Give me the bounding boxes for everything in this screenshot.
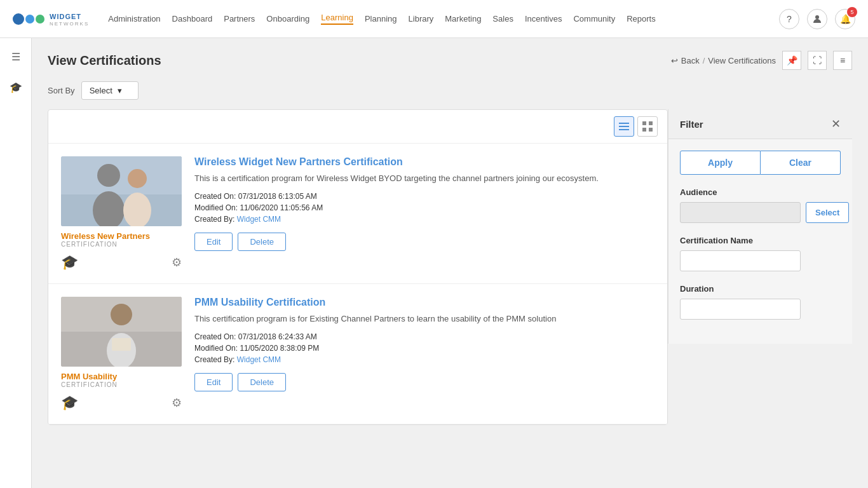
nav-library[interactable]: Library	[409, 14, 434, 24]
help-button[interactable]: ?	[779, 9, 799, 29]
cert-desc-1: This is a certification program for Wire…	[194, 173, 654, 184]
menu-icon[interactable]: ☰	[7, 48, 25, 65]
delete-button-1[interactable]: Delete	[238, 233, 286, 251]
nav-dashboard[interactable]: Dashboard	[172, 14, 213, 24]
logo: WIDGET NETWORKS	[13, 11, 89, 27]
svg-rect-4	[642, 121, 646, 125]
notifications-button[interactable]: 🔔 5	[835, 9, 855, 29]
audience-input-row: Select	[680, 202, 841, 223]
settings-button[interactable]: ≡	[833, 51, 852, 70]
cert-image-2	[61, 297, 182, 367]
graduation-icon[interactable]: 🎓	[7, 78, 25, 96]
gear-icon-1: ⚙	[172, 255, 182, 269]
svg-rect-2	[619, 126, 629, 127]
svg-point-0	[815, 15, 819, 19]
svg-point-12	[128, 169, 147, 188]
filter-duration-section: Duration	[680, 284, 841, 320]
content-area: Wireless New Partners CERTIFICATION 🎓 ⚙ …	[48, 109, 852, 425]
profile-button[interactable]	[807, 9, 827, 29]
breadcrumb-separator: /	[703, 56, 705, 65]
cert-created-by-1: Created By: Widget CMM	[194, 215, 654, 224]
filter-close-button[interactable]: ✕	[831, 118, 841, 130]
cert-image-area-1: Wireless New Partners CERTIFICATION 🎓 ⚙	[61, 156, 182, 271]
chevron-down-icon: ▾	[118, 86, 122, 95]
list-view-button[interactable]	[614, 116, 634, 137]
cert-created-by-2: Created By: Widget CMM	[194, 355, 654, 364]
filter-actions: Apply Clear	[680, 151, 841, 175]
audience-select-button[interactable]: Select	[806, 202, 849, 223]
breadcrumb-back[interactable]: Back	[681, 56, 700, 65]
cert-modified-on-value-1: 11/06/2020 11:05:56 AM	[240, 203, 323, 212]
cert-actions-1: Edit Delete	[194, 233, 654, 251]
grid-view-button[interactable]	[637, 116, 658, 137]
page-title: View Certifications	[48, 53, 161, 68]
cert-modified-on-2: Modified On: 11/05/2020 8:38:09 PM	[194, 344, 654, 353]
cards-container: Wireless New Partners CERTIFICATION 🎓 ⚙ …	[48, 109, 668, 425]
cert-created-on-value-1: 07/31/2018 6:13:05 AM	[238, 192, 317, 201]
apply-button[interactable]: Apply	[680, 151, 761, 175]
nav-actions: ? 🔔 5	[779, 9, 855, 29]
top-navigation: WIDGET NETWORKS Administration Dashboard…	[0, 0, 868, 38]
main-content: View Certifications ↩ Back / View Certif…	[32, 38, 868, 488]
duration-filter-label: Duration	[680, 284, 841, 294]
cert-created-on-1: Created On: 07/31/2018 6:13:05 AM	[194, 192, 654, 201]
cert-name-filter-input[interactable]	[680, 250, 801, 271]
cert-icons-row-2: 🎓 ⚙	[61, 395, 182, 411]
nav-learning[interactable]: Learning	[321, 13, 353, 25]
svg-rect-3	[619, 129, 629, 130]
cert-card-2: PMM Usability CERTIFICATION 🎓 ⚙ PMM Usab…	[48, 284, 667, 424]
header-actions: ↩ Back / View Certifications 📌 ⛶ ≡	[671, 51, 852, 70]
nav-administration[interactable]: Administration	[108, 14, 160, 24]
created-by-label-2: Created By:	[194, 355, 234, 364]
pin-button[interactable]: 📌	[782, 51, 801, 70]
audience-input[interactable]	[680, 202, 801, 223]
duration-filter-input[interactable]	[680, 299, 801, 320]
edit-button-2[interactable]: Edit	[194, 373, 233, 391]
nav-reports[interactable]: Reports	[627, 14, 656, 24]
edit-button-1[interactable]: Edit	[194, 233, 233, 251]
cert-created-by-link-2[interactable]: Widget CMM	[237, 355, 281, 364]
nav-marketing[interactable]: Marketing	[445, 14, 481, 24]
sort-label: Sort By	[48, 86, 75, 95]
nav-sales[interactable]: Sales	[492, 14, 513, 24]
cert-image-area-2: PMM Usability CERTIFICATION 🎓 ⚙	[61, 297, 182, 411]
svg-rect-7	[649, 128, 653, 132]
cert-desc-2: This certification program is for Existi…	[194, 313, 654, 325]
graduation-cap-icon-1: 🎓	[61, 254, 78, 271]
cert-title-2[interactable]: PMM Usability Certification	[194, 297, 654, 308]
nav-planning[interactable]: Planning	[365, 14, 397, 24]
delete-button-2[interactable]: Delete	[238, 373, 286, 391]
logo-circle-3	[36, 15, 44, 24]
breadcrumb: ↩ Back / View Certifications	[671, 56, 776, 65]
filter-header: Filter ✕	[668, 109, 852, 139]
fullscreen-button[interactable]: ⛶	[808, 51, 827, 70]
cert-name-2: PMM Usability	[61, 372, 117, 381]
breadcrumb-current: View Certifications	[708, 56, 776, 65]
modified-on-label-2: Modified On:	[194, 344, 238, 353]
page-header: View Certifications ↩ Back / View Certif…	[48, 51, 852, 70]
cert-created-by-link-1[interactable]: Widget CMM	[237, 215, 281, 224]
nav-partners[interactable]: Partners	[224, 14, 255, 24]
cert-modified-on-value-2: 11/05/2020 8:38:09 PM	[240, 344, 319, 353]
created-on-label-1: Created On:	[194, 192, 236, 201]
cert-icons-row-1: 🎓 ⚙	[61, 254, 182, 271]
modified-on-label-1: Modified On:	[194, 203, 238, 212]
graduation-cap-icon-2: 🎓	[61, 395, 78, 411]
nav-incentives[interactable]: Incentives	[525, 14, 562, 24]
logo-sub: NETWORKS	[50, 21, 89, 27]
cert-modified-on-1: Modified On: 11/06/2020 11:05:56 AM	[194, 203, 654, 212]
cert-type-1: CERTIFICATION	[61, 241, 118, 248]
logo-circles	[13, 13, 44, 25]
nav-onboarding[interactable]: Onboarding	[266, 14, 309, 24]
main-panel: Wireless New Partners CERTIFICATION 🎓 ⚙ …	[48, 109, 668, 425]
left-sidebar: ☰ 🎓	[0, 38, 32, 488]
cert-title-1[interactable]: Wireless Widget New Partners Certificati…	[194, 156, 654, 168]
sort-select-value: Select	[90, 86, 112, 95]
cert-image-1	[61, 156, 182, 226]
nav-community[interactable]: Community	[573, 14, 615, 24]
cert-info-1: Wireless Widget New Partners Certificati…	[194, 156, 654, 251]
sort-select[interactable]: Select ▾	[81, 81, 139, 100]
cert-name-filter-label: Certification Name	[680, 236, 841, 245]
logo-text-area: WIDGET NETWORKS	[50, 11, 89, 27]
clear-button[interactable]: Clear	[761, 151, 841, 175]
